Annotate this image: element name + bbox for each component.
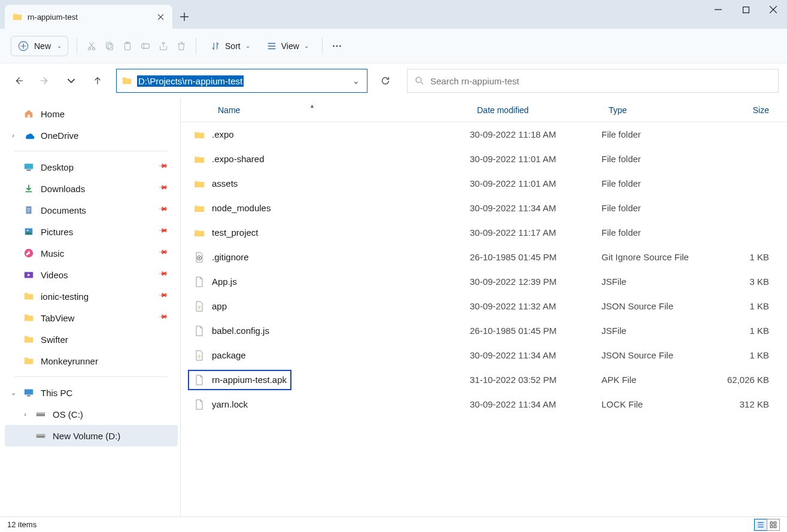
- svg-point-17: [27, 230, 29, 232]
- sidebar-item-quick[interactable]: ionic-testing📌: [5, 285, 178, 307]
- file-row[interactable]: {}package30-09-2022 11:34 AMJSON Source …: [181, 343, 787, 367]
- sidebar-item-drive[interactable]: New Volume (D:): [5, 425, 178, 446]
- drive-icon: [35, 408, 47, 420]
- column-size[interactable]: Size: [715, 105, 787, 115]
- file-date: 30-09-2022 11:32 AM: [470, 301, 601, 311]
- file-name: yarn.lock: [212, 399, 470, 409]
- svg-rect-13: [25, 164, 33, 169]
- minimize-button[interactable]: [704, 0, 732, 19]
- column-type[interactable]: Type: [601, 105, 715, 115]
- file-size: 1 KB: [715, 326, 787, 336]
- refresh-button[interactable]: [373, 69, 397, 93]
- folder-icon: [12, 11, 23, 22]
- sidebar-item-drive[interactable]: › OS (C:): [5, 403, 178, 425]
- close-window-button[interactable]: [759, 0, 787, 19]
- chevron-down-icon[interactable]: ⌄: [350, 76, 362, 86]
- file-date: 30-09-2022 11:34 AM: [470, 350, 601, 360]
- sidebar-label: Swifter: [41, 335, 178, 345]
- sidebar-item-quick[interactable]: Music📌: [5, 242, 178, 264]
- sidebar-label: Downloads: [41, 184, 153, 194]
- rename-icon[interactable]: [139, 40, 151, 52]
- file-row[interactable]: node_modules30-09-2022 11:34 AMFile fold…: [181, 196, 787, 220]
- file-date: 30-09-2022 11:17 AM: [470, 227, 601, 238]
- svg-point-10: [336, 45, 338, 47]
- forward-button[interactable]: [35, 71, 55, 91]
- sidebar-label: OneDrive: [41, 130, 178, 141]
- thumbnails-view-button[interactable]: [767, 519, 780, 531]
- sort-icon: [209, 40, 221, 52]
- address-bar[interactable]: D:\Projects\rn-appium-test ⌄: [116, 69, 367, 93]
- sidebar-item-quick[interactable]: Monkeyrunner: [5, 350, 178, 372]
- sidebar-item-quick[interactable]: Swifter: [5, 329, 178, 350]
- search-box[interactable]: [407, 69, 779, 93]
- file-row[interactable]: yarn.lock30-09-2022 11:34 AMLOCK File312…: [181, 392, 787, 417]
- file-row[interactable]: .gitignore26-10-1985 01:45 PMGit Ignore …: [181, 245, 787, 269]
- search-input[interactable]: [430, 76, 771, 86]
- maximize-button[interactable]: [732, 0, 759, 19]
- file-size: 1 KB: [715, 350, 787, 360]
- sidebar-item-quick[interactable]: Documents📌: [5, 199, 178, 221]
- home-icon: [23, 108, 35, 120]
- file-row[interactable]: .expo-shared30-09-2022 11:01 AMFile fold…: [181, 147, 787, 171]
- plus-circle-icon: [17, 40, 29, 52]
- sidebar-item-quick[interactable]: Pictures📌: [5, 221, 178, 242]
- sidebar-label: Documents: [41, 205, 153, 215]
- close-tab-button[interactable]: [156, 12, 165, 22]
- sidebar: Home › OneDrive Desktop📌Downloads📌Docume…: [0, 98, 181, 516]
- sort-button[interactable]: Sort ⌄: [205, 37, 255, 56]
- file-name: .expo-shared: [212, 154, 470, 164]
- file-name: rn-appium-test.apk: [193, 370, 470, 390]
- file-row[interactable]: App.js30-09-2022 12:39 PMJSFile3 KB: [181, 269, 787, 294]
- file-size: 62,026 KB: [715, 375, 787, 385]
- cut-icon[interactable]: [86, 40, 98, 52]
- expand-icon[interactable]: ›: [20, 411, 30, 418]
- expand-icon[interactable]: ⌄: [8, 389, 18, 397]
- sidebar-item-quick[interactable]: Downloads📌: [5, 178, 178, 199]
- file-row[interactable]: babel.config.js26-10-1985 01:45 PMJSFile…: [181, 318, 787, 343]
- details-view-button[interactable]: [754, 519, 767, 531]
- recent-button[interactable]: [61, 71, 81, 91]
- tab-title: rn-appium-test: [28, 13, 156, 22]
- file-row[interactable]: rn-appium-test.apk31-10-2022 03:52 PMAPK…: [181, 367, 787, 392]
- more-icon[interactable]: [331, 40, 343, 52]
- file-row[interactable]: assets30-09-2022 11:01 AMFile folder: [181, 171, 787, 196]
- copy-icon[interactable]: [104, 40, 116, 52]
- file-type: Git Ignore Source File: [601, 252, 715, 262]
- view-button[interactable]: View ⌄: [261, 37, 314, 56]
- tab-active[interactable]: rn-appium-test: [5, 5, 172, 29]
- sidebar-item-home[interactable]: Home: [5, 103, 178, 124]
- sidebar-item-onedrive[interactable]: › OneDrive: [5, 124, 178, 146]
- share-icon[interactable]: [157, 40, 169, 52]
- svg-rect-31: [774, 522, 776, 524]
- paste-icon[interactable]: [121, 40, 133, 52]
- folder-icon: [23, 312, 35, 324]
- svg-point-12: [416, 77, 421, 83]
- pc-icon: [23, 387, 35, 399]
- new-tab-button[interactable]: [172, 5, 196, 29]
- file-row[interactable]: {}app30-09-2022 11:32 AMJSON Source File…: [181, 294, 787, 318]
- sidebar-item-quick[interactable]: Videos📌: [5, 264, 178, 285]
- sidebar-label: Videos: [41, 270, 153, 280]
- folder-icon: [23, 355, 35, 367]
- sidebar-item-quick[interactable]: TabView📌: [5, 307, 178, 329]
- file-type: JSFile: [601, 276, 715, 287]
- pin-icon: 📌: [157, 183, 169, 194]
- sort-asc-icon: ▲: [309, 103, 315, 109]
- new-button[interactable]: New ⌄: [11, 36, 68, 56]
- delete-icon[interactable]: [175, 40, 187, 52]
- file-date: 26-10-1985 01:45 PM: [470, 252, 601, 262]
- sidebar-item-quick[interactable]: Desktop📌: [5, 156, 178, 178]
- expand-icon[interactable]: ›: [8, 132, 18, 139]
- up-button[interactable]: [87, 71, 108, 91]
- pin-icon: 📌: [157, 247, 169, 259]
- file-icon: [193, 398, 206, 411]
- file-row[interactable]: test_project30-09-2022 11:17 AMFile fold…: [181, 220, 787, 245]
- back-button[interactable]: [8, 71, 29, 91]
- sidebar-item-thispc[interactable]: ⌄ This PC: [5, 382, 178, 403]
- pin-icon: 📌: [157, 290, 169, 302]
- column-date[interactable]: Date modified: [470, 105, 601, 115]
- column-name[interactable]: Name ▲: [193, 105, 470, 115]
- file-list: .expo30-09-2022 11:18 AMFile folder.expo…: [181, 122, 787, 516]
- svg-rect-14: [26, 170, 31, 171]
- file-row[interactable]: .expo30-09-2022 11:18 AMFile folder: [181, 122, 787, 147]
